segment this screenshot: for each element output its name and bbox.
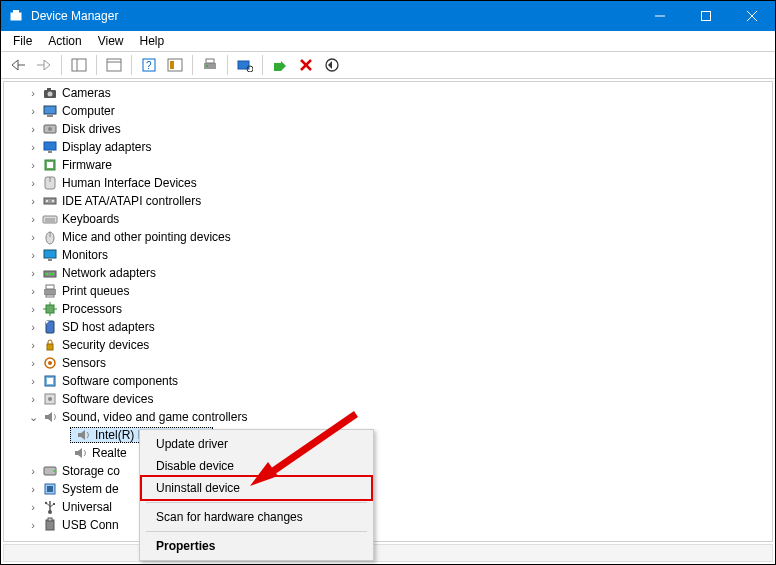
menu-view[interactable]: View [90,32,132,50]
tree-category[interactable]: Human Interface Devices [6,174,770,192]
tree-node-label: Sensors [62,356,106,370]
context-properties[interactable]: Properties [142,535,371,557]
tree-category[interactable]: IDE ATA/ATAPI controllers [6,192,770,210]
context-uninstall-device[interactable]: Uninstall device [142,477,371,499]
expander-icon[interactable] [26,465,40,477]
menu-help[interactable]: Help [132,32,173,50]
minimize-button[interactable] [637,1,683,31]
expander-icon[interactable] [26,249,40,261]
expander-icon[interactable] [26,411,40,424]
tree-category[interactable]: Storage co [6,462,770,480]
expander-icon[interactable] [26,519,40,531]
swcomp-icon [42,373,58,389]
tree-category[interactable]: USB Conn [6,516,770,534]
print-button[interactable] [198,54,222,76]
expander-icon[interactable] [26,321,40,333]
tree-category[interactable]: Processors [6,300,770,318]
menu-action[interactable]: Action [40,32,89,50]
tree-category[interactable]: Disk drives [6,120,770,138]
tree-category[interactable]: Software components [6,372,770,390]
expander-icon[interactable] [26,105,40,117]
svg-rect-37 [48,151,52,153]
update-driver-button[interactable] [320,54,344,76]
disk-icon [42,121,58,137]
menu-file[interactable]: File [5,32,40,50]
computer-icon [42,103,58,119]
sdhost-icon [42,319,58,335]
expander-icon[interactable] [26,285,40,297]
mouse-icon [42,229,58,245]
svg-rect-58 [46,295,54,297]
tree-node-label: Monitors [62,248,108,262]
tree-category[interactable]: Network adapters [6,264,770,282]
context-disable-device[interactable]: Disable device [142,455,371,477]
tree-category[interactable]: Sensors [6,354,770,372]
expander-icon[interactable] [26,87,40,99]
expander-icon[interactable] [26,123,40,135]
expander-icon[interactable] [26,501,40,513]
device-tree: CamerasComputerDisk drivesDisplay adapte… [4,82,772,542]
svg-rect-87 [48,518,52,521]
expander-icon[interactable] [26,303,40,315]
tree-category[interactable]: Keyboards [6,210,770,228]
context-update-driver[interactable]: Update driver [142,433,371,455]
tree-category-sound[interactable]: Sound, video and game controllers [6,408,770,426]
svg-point-35 [48,127,52,131]
tree-category[interactable]: Display adapters [6,138,770,156]
tree-category[interactable]: Computer [6,102,770,120]
help-button[interactable]: ? [137,54,161,76]
scan-hardware-button[interactable] [233,54,257,76]
svg-rect-18 [204,63,216,69]
tree-category[interactable]: SD host adapters [6,318,770,336]
svg-rect-3 [702,12,711,21]
enable-device-button[interactable] [268,54,292,76]
keyboard-icon [42,211,58,227]
expander-icon[interactable] [26,141,40,153]
expander-icon[interactable] [26,231,40,243]
svg-point-43 [46,200,48,202]
toolbar-separator [96,55,97,75]
action-center-button[interactable] [163,54,187,76]
expander-icon[interactable] [26,357,40,369]
svg-rect-0 [11,13,21,20]
tree-category[interactable]: Security devices [6,336,770,354]
tree-category[interactable]: System de [6,480,770,498]
tree-node-label: Cameras [62,86,111,100]
device-tree-pane[interactable]: CamerasComputerDisk drivesDisplay adapte… [3,81,773,542]
expander-icon[interactable] [26,195,40,207]
expander-icon[interactable] [26,375,40,387]
tree-category[interactable]: Software devices [6,390,770,408]
tree-node-label: Human Interface Devices [62,176,197,190]
expander-icon[interactable] [26,159,40,171]
expander-icon[interactable] [26,483,40,495]
svg-rect-51 [48,259,52,261]
svg-rect-12 [107,59,121,71]
maximize-button[interactable] [683,1,729,31]
tree-category[interactable]: Print queues [6,282,770,300]
toolbar-separator [61,55,62,75]
expander-icon[interactable] [26,267,40,279]
expander-icon[interactable] [26,177,40,189]
svg-rect-55 [52,273,54,275]
forward-button[interactable] [32,54,56,76]
ide-icon [42,193,58,209]
uninstall-device-button[interactable] [294,54,318,76]
tree-category[interactable]: Universal [6,498,770,516]
properties-button[interactable] [102,54,126,76]
tree-category[interactable]: Firmware [6,156,770,174]
expander-icon[interactable] [26,339,40,351]
back-button[interactable] [6,54,30,76]
close-button[interactable] [729,1,775,31]
tree-category[interactable]: Cameras [6,84,770,102]
svg-rect-56 [44,289,56,295]
tree-category[interactable]: Monitors [6,246,770,264]
show-hide-console-tree-button[interactable] [67,54,91,76]
tree-category[interactable]: Mice and other pointing devices [6,228,770,246]
expander-icon[interactable] [26,393,40,405]
svg-rect-19 [206,59,214,63]
tree-device[interactable]: Realte [6,444,770,462]
svg-rect-66 [47,344,53,350]
context-scan-hardware[interactable]: Scan for hardware changes [142,506,371,528]
tree-device[interactable]: Intel(R) Display Audio [6,426,770,444]
expander-icon[interactable] [26,213,40,225]
